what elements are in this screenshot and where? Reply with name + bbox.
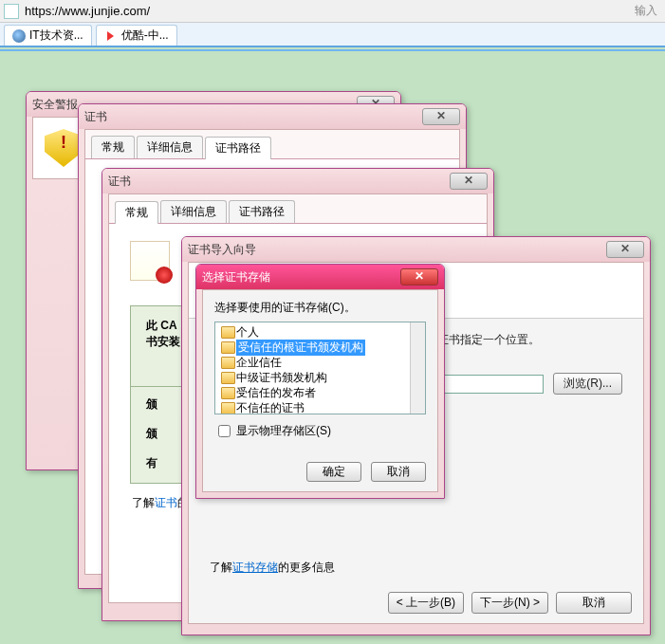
window-title: 证书导入向导 bbox=[188, 242, 256, 258]
shield-warning-icon bbox=[45, 129, 83, 167]
tab-details[interactable]: 详细信息 bbox=[137, 136, 203, 158]
window-title: 选择证书存储 bbox=[202, 269, 270, 285]
next-button[interactable]: 下一步(N) > bbox=[471, 592, 548, 614]
tree-item-enterprise[interactable]: 企业信任 bbox=[215, 355, 425, 370]
tree-item-trusted-root[interactable]: 受信任的根证书颁发机构 bbox=[215, 340, 425, 355]
tab-path[interactable]: 证书路径 bbox=[229, 200, 295, 223]
close-icon[interactable]: ✕ bbox=[422, 108, 460, 125]
tab-path[interactable]: 证书路径 bbox=[205, 137, 271, 159]
tree-item-trusted-publishers[interactable]: 受信任的发布者 bbox=[215, 385, 425, 400]
tree-item-personal[interactable]: 个人 bbox=[215, 324, 425, 340]
scrollbar[interactable] bbox=[410, 322, 425, 414]
tab-details[interactable]: 详细信息 bbox=[160, 200, 227, 223]
select-store-dialog: 选择证书存储 ✕ 选择要使用的证书存储(C)。 个人 受信任的根证书颁发机构 企… bbox=[195, 264, 445, 499]
tree-item-intermediate[interactable]: 中级证书颁发机构 bbox=[215, 370, 425, 385]
select-store-prompt: 选择要使用的证书存储(C)。 bbox=[214, 300, 426, 316]
tab-label: IT技术资... bbox=[29, 28, 83, 44]
browser-tab-youku[interactable]: 优酷-中... bbox=[96, 25, 177, 46]
window-title: 安全警报 bbox=[32, 97, 78, 113]
close-icon[interactable]: ✕ bbox=[400, 268, 438, 285]
cancel-button[interactable]: 取消 bbox=[371, 462, 426, 482]
close-icon[interactable]: ✕ bbox=[606, 241, 644, 258]
close-icon[interactable]: ✕ bbox=[450, 173, 488, 190]
titlebar[interactable]: 证书 ✕ bbox=[102, 169, 493, 193]
titlebar[interactable]: 证书 ✕ bbox=[79, 104, 466, 129]
window-title: 证书 bbox=[84, 109, 107, 125]
cert-tabs: 常规 详细信息 证书路径 bbox=[109, 194, 487, 224]
tab-label: 优酷-中... bbox=[121, 28, 169, 44]
page-icon bbox=[4, 4, 19, 19]
ca-text-line2: 书安装 bbox=[146, 335, 180, 348]
titlebar[interactable]: 证书导入向导 ✕ bbox=[182, 237, 650, 262]
youku-icon bbox=[104, 29, 118, 43]
cert-tabs: 常规 详细信息 证书路径 bbox=[85, 130, 459, 159]
cert-store-link[interactable]: 证书存储 bbox=[232, 561, 278, 574]
cert-link[interactable]: 证书 bbox=[155, 496, 177, 509]
cancel-button[interactable]: 取消 bbox=[556, 592, 632, 614]
ok-button[interactable]: 确定 bbox=[306, 462, 361, 482]
browser-tab-it[interactable]: IT技术资... bbox=[4, 25, 92, 46]
wizard-desc: 证书指定一个位置。 bbox=[437, 332, 622, 348]
learn-more-wizard: 了解证书存储的更多信息 bbox=[210, 560, 335, 576]
address-bar: 输入 bbox=[0, 0, 665, 23]
tree-item-untrusted[interactable]: 不信任的证书 bbox=[215, 400, 425, 414]
show-physical-checkbox[interactable] bbox=[218, 425, 231, 437]
tab-general[interactable]: 常规 bbox=[91, 136, 135, 158]
browser-tab-bar: IT技术资... 优酷-中... bbox=[0, 23, 665, 47]
ca-text-line1: 此 CA bbox=[146, 319, 177, 332]
window-title: 证书 bbox=[108, 174, 131, 190]
show-physical-row[interactable]: 显示物理存储区(S) bbox=[214, 422, 426, 440]
back-button[interactable]: < 上一步(B) bbox=[388, 592, 464, 614]
titlebar[interactable]: 选择证书存储 ✕ bbox=[196, 265, 444, 289]
certificate-icon bbox=[130, 241, 170, 281]
addr-hint: 输入 bbox=[631, 3, 661, 19]
show-physical-label: 显示物理存储区(S) bbox=[236, 423, 331, 439]
store-tree[interactable]: 个人 受信任的根证书颁发机构 企业信任 中级证书颁发机构 受信任的发布者 不信任… bbox=[214, 322, 426, 414]
tab-general[interactable]: 常规 bbox=[115, 201, 158, 224]
browse-button[interactable]: 浏览(R)... bbox=[553, 373, 622, 395]
globe-icon bbox=[12, 29, 26, 43]
url-input[interactable] bbox=[23, 3, 631, 19]
